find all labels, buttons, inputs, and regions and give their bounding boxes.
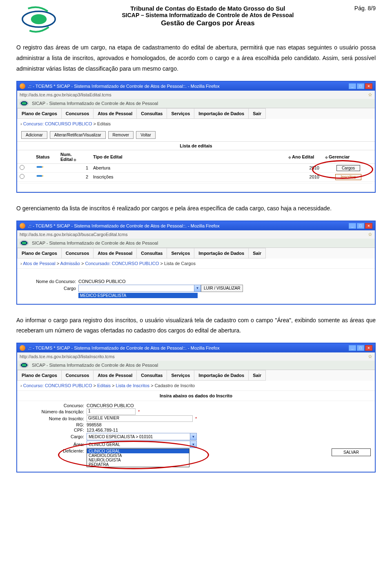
window-minimize-button[interactable]: _ [349,345,356,351]
area-dropdown-list[interactable]: CLINICO GERAL CARDIOLOGISTA NEUROLOGISTA… [87,448,189,467]
window-close-button[interactable]: × [365,345,372,351]
crumb-editais[interactable]: Editais [97,383,111,388]
svg-rect-2 [37,166,42,168]
cargo-selected-option[interactable]: MEDICO ESPECIALISTA [78,293,198,298]
chevron-down-icon[interactable]: ▼ [194,285,200,292]
window-maximize-button[interactable]: □ [357,83,364,89]
num-inscricao-input[interactable]: 1 [87,408,136,415]
inscritos-button[interactable]: Inscritos [335,174,361,180]
window-close-button[interactable]: × [365,223,372,229]
header-line2: SICAP – Sistema Informatizado de Control… [67,12,349,18]
url-text: http://ads.tce.ms.gov.br/sicap3/buscaCar… [20,232,128,237]
menu-importacao[interactable]: Importação de Dados [194,108,248,119]
breadcrumb: › Concurso: CONCURSO PUBLICO > Editais >… [17,381,375,390]
menu-atos-de-pessoal[interactable]: Atos de Pessoal [93,370,136,381]
table-row: 1 Abertura 2010 Cargos [17,163,375,172]
chevron-down-icon[interactable]: ▼ [190,433,196,440]
cell-ano: 2010 [285,172,322,181]
menu-importacao[interactable]: Importação de Dados [194,248,248,259]
editais-table: Status Num. Edital◆ Tipo de Edital ◆Ano … [17,150,375,192]
menu-plano-de-cargos[interactable]: Plano de Cargos [17,108,61,119]
window-minimize-button[interactable]: _ [349,223,356,229]
app-banner-text: SICAP - Sistema Informatizado de Control… [32,101,158,106]
crumb-lista-inscritos[interactable]: Lista de Inscritos [116,383,150,388]
paragraph-1: O registro das áreas de um cargo, na eta… [16,42,376,74]
window-title: .:: - TCE/MS * SICAP - Sistema Informati… [28,346,220,350]
remover-button[interactable]: Remover [108,131,134,139]
menu-sair[interactable]: Sair [248,248,266,259]
salvar-button[interactable]: SALVAR [332,448,371,456]
window-minimize-button[interactable]: _ [349,83,356,89]
chevron-down-icon[interactable]: ▼ [190,441,196,448]
cargo-combo[interactable]: ▼ [78,285,201,292]
nome-concurso-value: CONCURSO PUBLICO [78,279,371,284]
menu-importacao[interactable]: Importação de Dados [194,370,248,381]
menu-consultas[interactable]: Consultas [136,370,167,381]
cargos-button[interactable]: Cargos [336,165,360,171]
menu-concursos[interactable]: Concursos [61,108,93,119]
area-option[interactable]: CARDIOLOGISTA [87,453,189,458]
menu-plano-de-cargos[interactable]: Plano de Cargos [17,248,61,259]
crumb-concursado[interactable]: Concursado: CONCURSO PUBLICO [85,261,159,266]
menu-plano-de-cargos[interactable]: Plano de Cargos [17,370,61,381]
cell-num: 1 [58,163,91,172]
sort-icon[interactable]: ◆ [324,155,329,159]
sort-icon[interactable]: ◆ [73,158,77,162]
window-close-button[interactable]: × [365,83,372,89]
crumb-admissao[interactable]: Admissão [60,261,80,266]
concurso-label: Concurso: [21,403,87,408]
area-option[interactable]: NEUROLOGISTA [87,458,189,462]
window-maximize-button[interactable]: □ [357,223,364,229]
voltar-button[interactable]: Voltar [136,131,156,139]
area-combo[interactable]: CLINICO GERAL ▼ [87,441,197,448]
visualizar-button[interactable]: LUIR / VISUALIZAR [201,285,243,292]
cargo-combo[interactable]: MEDICO ESPECIALISTA > 010101 ▼ [87,433,197,440]
nome-inscrito-input[interactable]: GISELE VENIER [87,415,193,422]
required-mark: * [193,416,197,421]
edit-pencil-icon[interactable] [36,174,44,179]
svg-marker-3 [42,166,44,168]
area-option[interactable]: CLINICO GERAL [87,449,189,453]
screenshot-lista-cargos: .:: - TCE/MS * SICAP - Sistema Informati… [16,221,376,305]
sicap-logo-icon [20,362,29,368]
window-maximize-button[interactable]: □ [357,345,364,351]
sort-icon[interactable]: ◆ [287,155,292,159]
bookmark-star-icon[interactable]: ☆ [368,354,372,359]
cargo-label: Cargo: [21,434,87,439]
firefox-icon [20,223,25,229]
menu-atos-de-pessoal[interactable]: Atos de Pessoal [93,248,136,259]
app-banner-text: SICAP - Sistema Informatizado de Control… [32,241,158,245]
url-text: http://ads.tce.ms.gov.br/sicap3/listaIns… [20,354,115,359]
menu-servicos[interactable]: Serviços [167,248,194,259]
menu-sair[interactable]: Sair [248,370,266,381]
edit-pencil-icon[interactable] [36,165,44,170]
col-tipo: Tipo de Edital [93,154,122,159]
menu-consultas[interactable]: Consultas [136,108,167,119]
alterar-button[interactable]: Alterar/Retificar/Visualizar [50,131,106,139]
menu-concursos[interactable]: Concursos [61,370,93,381]
menu-sair[interactable]: Sair [248,108,266,119]
area-combo-value: CLINICO GERAL [87,442,122,447]
crumb-tail: > Editais [92,121,111,126]
crumb-concurso[interactable]: Concurso: CONCURSO PUBLICO [23,383,92,388]
menu-servicos[interactable]: Serviços [167,370,194,381]
menu-concursos[interactable]: Concursos [61,248,93,259]
menu-atos-de-pessoal[interactable]: Atos de Pessoal [93,108,136,119]
crumb-atos[interactable]: Atos de Pessoal [23,261,56,266]
adicionar-button[interactable]: Adicionar [21,131,47,139]
cargo-combo-value: MEDICO ESPECIALISTA > 010101 [87,435,154,439]
bookmark-star-icon[interactable]: ☆ [368,232,372,237]
bookmark-star-icon[interactable]: ☆ [368,92,372,98]
header-line3: Gestão de Cargos por Áreas [67,19,349,27]
cpf-label: CPF: [21,428,87,432]
menu-consultas[interactable]: Consultas [136,248,167,259]
crumb-link[interactable]: Concurso: CONCURSO PUBLICO [23,121,92,126]
required-mark: * [136,409,140,414]
col-num: Num. Edital [60,152,73,162]
url-text: http://ads.tce.ms.gov.br/sicap3/listaEdi… [20,92,111,97]
menu-servicos[interactable]: Serviços [167,108,194,119]
screenshot-cadastro-inscrito: .:: - TCE/MS * SICAP - Sistema Informati… [16,343,376,473]
row-select-radio[interactable] [20,165,24,170]
row-select-radio[interactable] [20,174,24,179]
area-option[interactable]: PEDIATRA [87,462,189,467]
